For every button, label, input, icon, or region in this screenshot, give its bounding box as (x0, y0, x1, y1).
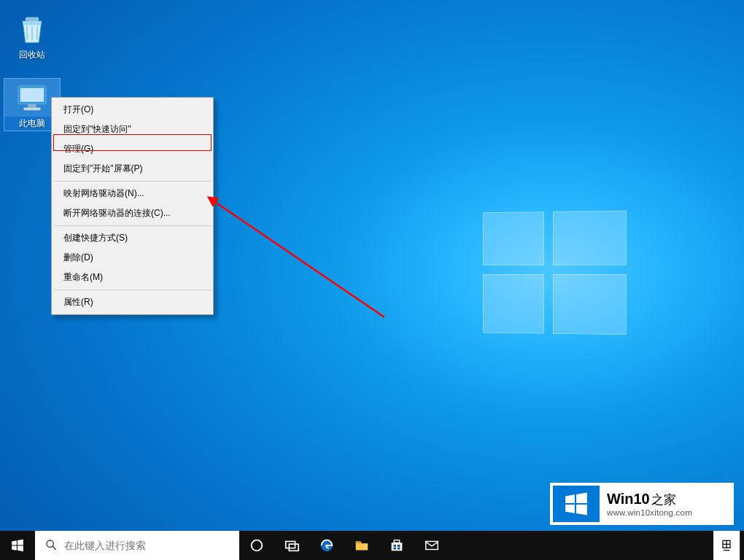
desktop-icon-recycle-bin[interactable]: 回收站 (4, 10, 60, 62)
menu-item-properties[interactable]: 属性(R) (53, 292, 212, 312)
wallpaper-windows-logo (483, 211, 627, 335)
menu-item-manage[interactable]: 管理(G) (53, 139, 212, 159)
annotation-arrow (206, 139, 395, 328)
desktop-icon-label: 回收站 (4, 48, 60, 62)
menu-item-disconnect-network-drive[interactable]: 断开网络驱动器的连接(C)... (53, 203, 212, 223)
menu-item-rename[interactable]: 重命名(M) (53, 268, 212, 287)
svg-point-6 (47, 540, 53, 547)
svg-line-7 (53, 546, 56, 550)
svg-rect-13 (394, 540, 399, 543)
taskbar-search[interactable] (35, 531, 239, 560)
system-tray (713, 531, 744, 560)
watermark-title: Win10之家 (607, 491, 731, 506)
svg-rect-9 (286, 542, 295, 548)
menu-item-map-network-drive[interactable]: 映射网络驱动器(N)... (53, 184, 212, 203)
taskbar-mail[interactable] (414, 531, 449, 560)
search-input[interactable] (64, 540, 239, 551)
svg-rect-3 (28, 104, 36, 108)
svg-rect-0 (26, 18, 39, 22)
menu-separator (54, 181, 211, 182)
svg-rect-10 (289, 544, 298, 551)
context-menu-this-pc: 打开(O) 固定到"快速访问" 管理(G) 固定到"开始"屏幕(P) 映射网络驱… (51, 97, 214, 315)
watermark-url: www.win10xitong.com (607, 508, 731, 517)
menu-item-open[interactable]: 打开(O) (53, 100, 212, 120)
svg-rect-18 (426, 542, 438, 550)
menu-separator (54, 225, 211, 226)
watermark: Win10之家 www.win10xitong.com (550, 483, 734, 525)
taskbar-edge[interactable] (309, 531, 344, 560)
svg-rect-15 (398, 545, 400, 547)
taskbar (0, 531, 744, 560)
this-pc-icon (15, 79, 50, 114)
menu-item-create-shortcut[interactable]: 创建快捷方式(S) (53, 228, 212, 248)
watermark-logo-icon (553, 486, 600, 522)
svg-rect-16 (393, 548, 396, 550)
search-icon (45, 539, 57, 553)
taskbar-store[interactable] (379, 531, 414, 560)
svg-rect-4 (24, 107, 41, 110)
tray-google-chinese-input-icon[interactable] (713, 531, 740, 560)
desktop[interactable]: 回收站 此电脑 打开(O) 固定到"快速访问" 管理(G) 固定到"开始"屏幕(… (0, 0, 744, 560)
svg-line-5 (213, 201, 384, 317)
svg-point-8 (252, 540, 263, 551)
recycle-bin-icon (15, 10, 50, 45)
svg-rect-17 (398, 548, 400, 550)
svg-rect-2 (20, 88, 44, 102)
taskbar-task-view[interactable] (274, 531, 309, 560)
show-desktop-button[interactable] (740, 531, 744, 560)
menu-item-pin-start[interactable]: 固定到"开始"屏幕(P) (53, 159, 212, 179)
taskbar-file-explorer[interactable] (344, 531, 379, 560)
menu-item-delete[interactable]: 删除(D) (53, 248, 212, 268)
menu-separator (54, 289, 211, 290)
menu-item-pin-quick-access[interactable]: 固定到"快速访问" (53, 120, 212, 139)
svg-rect-14 (393, 545, 396, 547)
start-button[interactable] (0, 531, 35, 560)
svg-rect-12 (392, 542, 403, 551)
taskbar-cortana[interactable] (239, 531, 274, 560)
